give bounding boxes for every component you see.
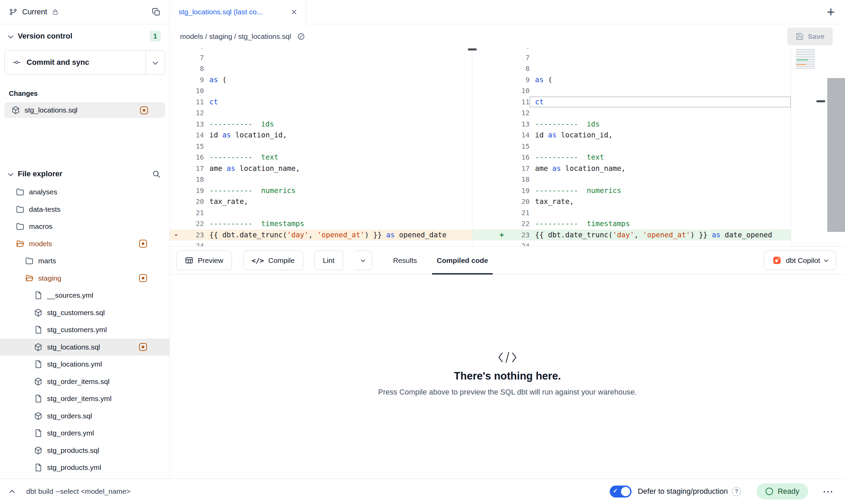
close-icon[interactable]: ×: [291, 7, 297, 17]
file-tree-item-data-tests[interactable]: data-tests: [0, 201, 169, 218]
line-number[interactable]: 23: [510, 229, 530, 241]
scrollbar-thumb[interactable]: [468, 48, 477, 50]
commit-and-sync-button[interactable]: Commit and sync: [5, 50, 146, 74]
line-number[interactable]: 19: [510, 185, 530, 196]
defer-toggle[interactable]: ✓: [610, 486, 632, 498]
commit-options-button[interactable]: [146, 50, 165, 74]
line-number[interactable]: 21: [185, 207, 204, 219]
line-number[interactable]: 18: [185, 174, 204, 185]
code-text[interactable]: tax_rate,: [530, 196, 791, 207]
diff-pane-modified[interactable]: 6789as (1011ct1213---------- ids14id as …: [472, 48, 791, 246]
line-number[interactable]: 7: [185, 52, 204, 63]
code-text[interactable]: [530, 63, 791, 74]
code-text[interactable]: {{ dbt.date_trunc('day', 'opened_at') }}…: [530, 229, 791, 241]
vertical-scrollbar[interactable]: [827, 78, 845, 232]
code-text[interactable]: as (: [204, 74, 472, 86]
line-number[interactable]: 14: [510, 130, 530, 141]
code-text[interactable]: [204, 240, 472, 246]
file-tree-item-__sources.yml[interactable]: __sources.yml: [0, 287, 169, 304]
copy-icon[interactable]: [152, 8, 161, 16]
code-text[interactable]: ---------- timestamps: [204, 218, 472, 229]
code-text[interactable]: id as location_id,: [530, 130, 791, 141]
line-number[interactable]: 9: [185, 74, 204, 86]
code-text[interactable]: ct: [204, 97, 472, 108]
file-tree-item-stg_locations.yml[interactable]: stg_locations.yml: [0, 356, 169, 373]
code-text[interactable]: [530, 174, 791, 185]
file-tree-item-stg_order_items.yml[interactable]: stg_order_items.yml: [0, 390, 169, 407]
code-text[interactable]: [204, 85, 472, 97]
save-button[interactable]: Save: [787, 28, 833, 45]
line-number[interactable]: 15: [185, 141, 204, 152]
dbt-copilot-button[interactable]: dbt Copilot: [764, 251, 836, 270]
code-text[interactable]: {{ dbt.date_trunc('day', 'opened_at') }}…: [204, 229, 472, 241]
line-number[interactable]: 6: [510, 48, 530, 52]
code-text[interactable]: [530, 85, 791, 97]
line-number[interactable]: 17: [510, 163, 530, 174]
copy-path-icon[interactable]: [297, 32, 305, 41]
changed-file-row[interactable]: stg_locations.sql: [4, 102, 165, 118]
line-number[interactable]: 6: [185, 48, 204, 52]
chevron-up-icon[interactable]: [10, 490, 15, 495]
code-text[interactable]: [204, 207, 472, 219]
line-number[interactable]: 22: [510, 218, 530, 229]
line-number[interactable]: 19: [185, 185, 204, 196]
code-text[interactable]: ---------- ids: [530, 119, 791, 130]
line-number[interactable]: 7: [510, 52, 530, 63]
code-text[interactable]: [204, 52, 472, 63]
code-text[interactable]: ---------- ids: [204, 119, 472, 130]
line-number[interactable]: 11: [510, 97, 530, 108]
file-tree-item-stg_products.yml[interactable]: stg_products.yml: [0, 459, 169, 476]
code-text[interactable]: ---------- numerics: [204, 185, 472, 196]
line-number[interactable]: 17: [185, 163, 204, 174]
tab-compiled-code[interactable]: Compiled code: [432, 247, 493, 274]
more-options-button[interactable]: ⋯: [822, 489, 835, 494]
code-text[interactable]: [530, 240, 791, 246]
code-text[interactable]: [530, 107, 791, 119]
line-number[interactable]: 21: [510, 207, 530, 219]
code-text[interactable]: [204, 63, 472, 74]
line-number[interactable]: 15: [510, 141, 530, 152]
editor-minimap[interactable]: [796, 49, 815, 69]
scrollbar-thumb[interactable]: [816, 100, 825, 102]
lint-options-button[interactable]: [354, 251, 372, 270]
version-control-header[interactable]: Version control 1: [0, 24, 169, 48]
line-number[interactable]: 13: [510, 119, 530, 130]
line-number[interactable]: 24: [185, 240, 204, 246]
file-tree-item-stg_customers.yml[interactable]: stg_customers.yml: [0, 321, 169, 339]
line-number[interactable]: 16: [510, 152, 530, 163]
code-text[interactable]: [204, 107, 472, 119]
code-text[interactable]: [204, 174, 472, 185]
code-text[interactable]: ct: [530, 97, 791, 108]
line-number[interactable]: 8: [510, 63, 530, 74]
help-icon[interactable]: ?: [732, 487, 741, 496]
file-tree-item-staging[interactable]: staging: [0, 270, 169, 287]
line-number[interactable]: 14: [185, 130, 204, 141]
file-explorer-header[interactable]: File explorer: [0, 164, 169, 183]
code-text[interactable]: [530, 52, 791, 63]
file-tree-item-marts[interactable]: marts: [0, 252, 169, 270]
file-tree-item-stg_orders.yml[interactable]: stg_orders.yml: [0, 425, 169, 442]
code-text[interactable]: tax_rate,: [204, 196, 472, 207]
code-text[interactable]: [204, 48, 472, 52]
new-tab-button[interactable]: +: [827, 4, 835, 20]
diff-pane-original[interactable]: 6789as (1011ct1213---------- ids14id as …: [170, 48, 472, 246]
line-number[interactable]: 13: [185, 119, 204, 130]
code-text[interactable]: ---------- numerics: [530, 185, 791, 196]
file-tree-item-stg_orders.sql[interactable]: stg_orders.sql: [0, 407, 169, 425]
file-tree-item-stg_customers.sql[interactable]: stg_customers.sql: [0, 304, 169, 322]
tab-stg-locations[interactable]: stg_locations.sql (last co... ×: [170, 0, 306, 24]
line-number[interactable]: 18: [510, 174, 530, 185]
search-icon[interactable]: [152, 169, 161, 178]
file-tree-item-stg_locations.sql[interactable]: stg_locations.sql: [0, 339, 169, 356]
line-number[interactable]: 12: [185, 107, 204, 119]
preview-button[interactable]: Preview: [176, 251, 232, 270]
line-number[interactable]: 24: [510, 240, 530, 246]
code-text[interactable]: ---------- timestamps: [530, 218, 791, 229]
line-number[interactable]: 23: [185, 229, 204, 241]
line-number[interactable]: 9: [510, 74, 530, 86]
file-tree-item-macros[interactable]: macros: [0, 218, 169, 235]
code-text[interactable]: ame as location_name,: [204, 163, 472, 174]
file-tree-item-models[interactable]: models: [0, 235, 169, 253]
line-number[interactable]: 20: [510, 196, 530, 207]
code-text[interactable]: ---------- text: [204, 152, 472, 163]
